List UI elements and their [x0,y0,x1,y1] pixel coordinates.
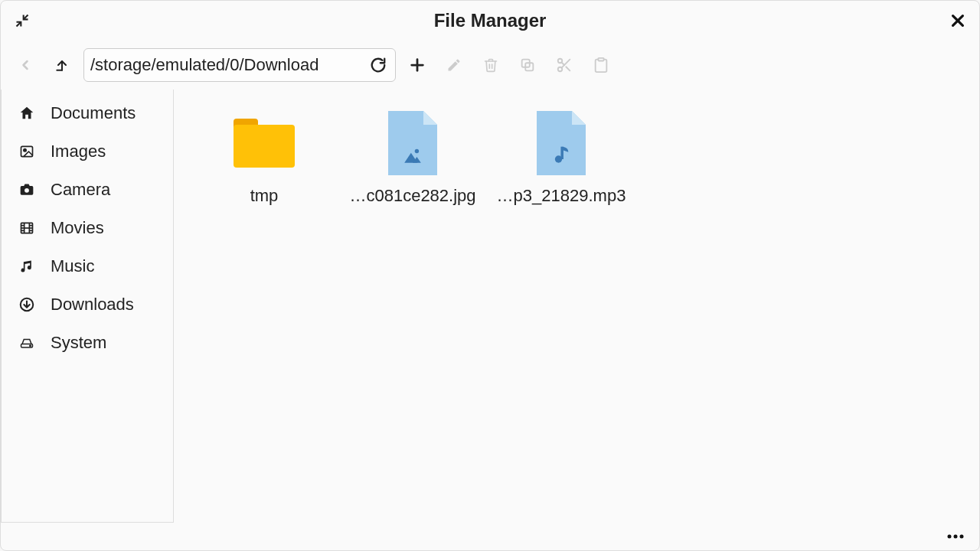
sidebar-item-label: System [51,333,106,353]
folder-icon [232,111,296,175]
svg-point-10 [24,188,29,193]
film-icon [17,220,37,236]
sidebar-item-label: Downloads [51,295,134,315]
window-title: File Manager [434,10,547,31]
path-input[interactable] [90,55,361,75]
svg-rect-8 [21,146,33,156]
more-horizontal-icon [946,533,965,540]
statusbar [1,523,979,550]
sidebar-item-label: Movies [51,218,104,238]
image-file-icon [381,111,445,175]
refresh-button[interactable] [368,54,389,76]
sidebar-item-music[interactable]: Music [2,247,173,285]
up-arrow-icon [54,57,70,73]
copy-icon [519,57,536,73]
body: Documents Images Camera Movies [1,90,979,523]
trash-icon [483,57,498,73]
collapse-button[interactable] [10,8,34,33]
svg-point-26 [960,535,964,539]
collapse-icon [15,13,30,28]
chevron-left-icon [18,57,33,73]
svg-line-5 [566,67,570,70]
audio-file-icon [529,111,593,175]
image-icon [17,144,37,159]
new-button[interactable] [402,50,433,80]
file-item-folder[interactable]: tmp [197,111,332,206]
toolbar [1,41,979,90]
sidebar-item-documents[interactable]: Documents [2,94,173,132]
sidebar: Documents Images Camera Movies [1,90,174,523]
file-label: tmp [250,186,279,206]
sidebar-item-label: Music [51,256,94,276]
hdd-icon [17,336,37,350]
titlebar: File Manager [1,1,979,41]
svg-line-6 [561,62,564,65]
refresh-icon [370,57,387,73]
up-button[interactable] [47,50,77,80]
file-label: …p3_21829.mp3 [497,186,626,206]
scissors-icon [556,57,573,73]
sidebar-item-label: Documents [51,103,136,123]
file-item-audio[interactable]: …p3_21829.mp3 [494,111,629,206]
plus-icon [409,57,426,73]
paste-button[interactable] [586,50,616,80]
file-label: …c081ce282.jpg [349,186,475,206]
back-button[interactable] [10,50,41,80]
svg-point-25 [954,535,958,539]
svg-rect-7 [598,58,603,61]
sidebar-item-images[interactable]: Images [2,132,173,171]
cut-button[interactable] [549,50,580,80]
path-field[interactable] [83,48,396,82]
svg-point-20 [30,345,31,347]
edit-button[interactable] [439,50,469,80]
file-manager-window: File Manager [0,0,980,551]
music-icon [17,258,37,275]
svg-point-24 [948,535,952,539]
camera-icon [17,182,37,197]
copy-button[interactable] [512,50,543,80]
download-icon [17,296,37,313]
svg-point-9 [24,149,26,152]
home-icon [17,105,37,122]
paste-icon [593,57,609,73]
delete-button[interactable] [475,50,506,80]
close-button[interactable] [946,8,970,33]
sidebar-item-downloads[interactable]: Downloads [2,285,173,324]
pencil-icon [446,57,462,73]
file-item-image[interactable]: …c081ce282.jpg [345,111,480,206]
sidebar-item-label: Camera [51,180,110,200]
close-icon [949,12,966,29]
file-grid: tmp …c081ce282.jpg [174,90,979,523]
sidebar-item-movies[interactable]: Movies [2,209,173,247]
sidebar-item-system[interactable]: System [2,324,173,362]
sidebar-item-camera[interactable]: Camera [2,171,173,209]
more-menu-button[interactable] [944,525,967,548]
sidebar-item-label: Images [51,142,106,161]
svg-point-21 [415,149,419,153]
